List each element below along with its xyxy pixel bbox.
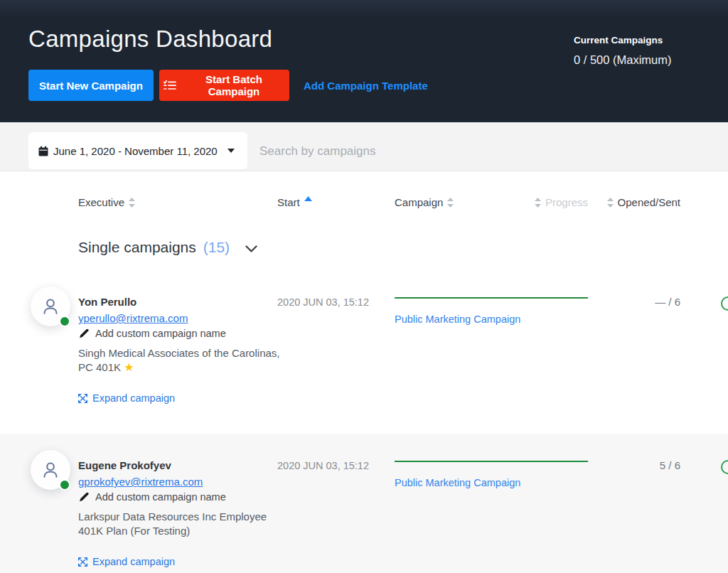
search-input[interactable] [258, 132, 567, 171]
plan-name-text: Singh Medical Associates of the Carolina… [78, 347, 279, 373]
opened-sent-header-label: Opened/Sent [618, 196, 680, 208]
column-header-executive[interactable]: Executive [78, 196, 135, 208]
campaign-header-label: Campaign [395, 196, 443, 208]
start-new-campaign-button[interactable]: Start New Campaign [28, 70, 154, 101]
pencil-icon [78, 328, 89, 339]
start-header-label: Start [277, 196, 300, 208]
expand-campaign-link[interactable]: Expand campaign [78, 556, 175, 567]
column-header-start[interactable]: Start [277, 196, 312, 208]
single-campaigns-title: Single campaigns [78, 239, 196, 256]
page-title: Campaigns Dashboard [28, 26, 272, 53]
start-batch-campaign-label: Start Batch Campaign [183, 73, 285, 97]
executive-email-link[interactable]: gprokofyev@rixtrema.com [78, 476, 203, 488]
executive-name: Yon Perullo [78, 296, 136, 308]
start-date: 2020 JUN 03, 15:12 [277, 460, 369, 471]
expand-campaign-link[interactable]: Expand campaign [78, 392, 175, 404]
add-custom-campaign-name-label: Add custom campaign name [95, 491, 226, 503]
single-campaigns-toggle[interactable]: Single campaigns (15) [78, 239, 257, 256]
person-icon [40, 459, 61, 481]
chevron-down-icon [245, 245, 257, 252]
plan-name: Larkspur Data Resources Inc Employee 401… [78, 510, 289, 538]
sort-icon [535, 198, 541, 208]
pencil-icon [78, 492, 89, 503]
expand-icon [78, 557, 87, 567]
table-row: Eugene Prokofyev gprokofyev@rixtrema.com… [0, 434, 728, 573]
expand-icon [78, 394, 87, 403]
person-icon [40, 296, 61, 317]
progress-header-label: Progress [545, 196, 588, 208]
campaign-link[interactable]: Public Marketing Campaign [395, 477, 520, 488]
date-range-label: June 1, 2020 - November 11, 2020 [53, 145, 218, 157]
star-icon: ★ [124, 361, 134, 373]
column-header-opened-sent[interactable]: Opened/Sent [583, 196, 680, 208]
page-header: Campaigns Dashboard Start New Campaign S… [0, 0, 728, 122]
start-date: 2020 JUN 03, 15:12 [277, 296, 369, 308]
sort-icon [447, 198, 454, 208]
online-status-dot [59, 316, 70, 327]
column-header-progress[interactable]: Progress [491, 196, 588, 208]
campaigns-dashboard-page: Campaigns Dashboard Start New Campaign S… [0, 0, 728, 573]
calendar-icon [38, 146, 48, 156]
status-circle-icon[interactable] [721, 460, 728, 474]
executive-name: Eugene Prokofyev [78, 459, 171, 471]
progress-bar [395, 461, 588, 462]
sort-icon [607, 198, 614, 208]
executive-header-label: Executive [78, 196, 124, 208]
online-status-dot [59, 479, 70, 491]
current-campaigns-value: 0 / 500 (Maximum) [574, 53, 672, 67]
sort-ascending-icon [304, 196, 312, 201]
filter-bar: June 1, 2020 - November 11, 2020 [0, 122, 728, 171]
status-circle-icon[interactable] [721, 296, 728, 311]
plan-name: Singh Medical Associates of the Carolina… [78, 346, 289, 375]
add-custom-campaign-name-button[interactable]: Add custom campaign name [78, 491, 226, 503]
column-header-campaign[interactable]: Campaign [395, 196, 454, 208]
caret-down-icon [228, 149, 235, 153]
start-new-campaign-label: Start New Campaign [39, 80, 143, 92]
date-range-picker[interactable]: June 1, 2020 - November 11, 2020 [28, 132, 247, 169]
single-campaigns-count: (15) [203, 239, 230, 256]
sort-icon [129, 198, 135, 208]
plan-name-text: Larkspur Data Resources Inc Employee 401… [78, 510, 267, 537]
start-batch-campaign-button[interactable]: Start Batch Campaign [159, 70, 289, 101]
add-campaign-template-link[interactable]: Add Campaign Template [304, 80, 428, 92]
current-campaigns-label: Current Campaigns [574, 35, 663, 45]
expand-campaign-label: Expand campaign [92, 556, 175, 567]
opened-sent-value: — / 6 [583, 296, 680, 308]
table-row: Yon Perullo yperullo@rixtrema.com Add cu… [0, 270, 728, 434]
add-custom-campaign-name-label: Add custom campaign name [95, 328, 226, 339]
opened-sent-value: 5 / 6 [583, 459, 680, 471]
executive-email-link[interactable]: yperullo@rixtrema.com [78, 312, 188, 324]
batch-list-icon [164, 80, 176, 91]
progress-bar [395, 297, 588, 299]
campaign-link[interactable]: Public Marketing Campaign [395, 314, 520, 325]
add-custom-campaign-name-button[interactable]: Add custom campaign name [78, 328, 226, 339]
expand-campaign-label: Expand campaign [92, 392, 175, 404]
